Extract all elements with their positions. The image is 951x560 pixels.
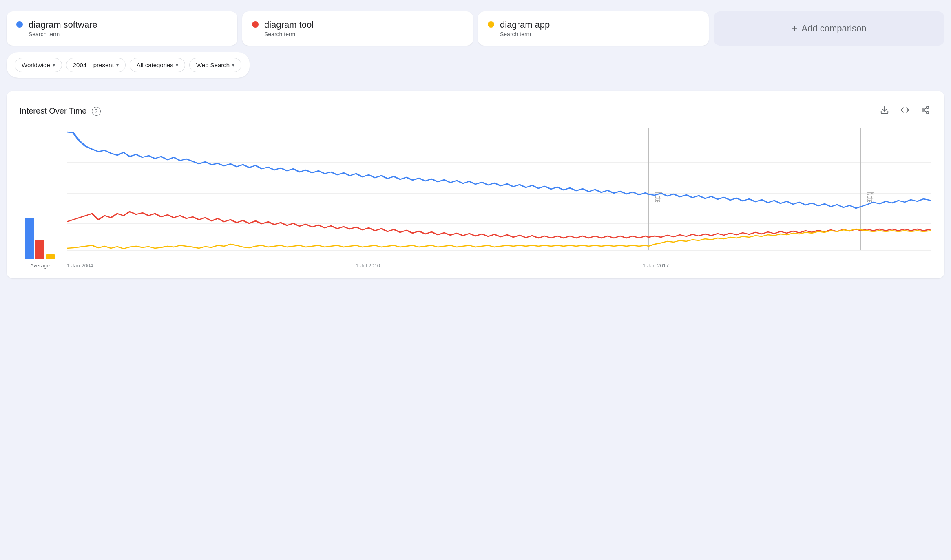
filters-row: Worldwide ▾ 2004 – present ▾ All categor… — [7, 52, 250, 78]
filter-region[interactable]: Worldwide ▾ — [15, 58, 62, 72]
x-label-2017: 1 Jan 2017 — [643, 262, 669, 269]
avg-section: Average — [20, 210, 60, 269]
svg-text:Note: Note — [865, 192, 876, 202]
term-type-3: Search term — [500, 31, 550, 37]
x-axis-labels: 1 Jan 2004 1 Jul 2010 1 Jan 2017 — [67, 260, 931, 269]
line-red — [67, 212, 931, 238]
chart-svg: 100 75 50 25 Note Note — [67, 128, 931, 258]
term-info-2: diagram tool Search term — [264, 20, 314, 37]
term-dot-2 — [252, 21, 259, 28]
add-comparison-label: Add comparison — [802, 23, 867, 34]
filter-search-type[interactable]: Web Search ▾ — [189, 58, 241, 72]
chart-body: Average 100 75 50 25 Note Note — [20, 128, 931, 269]
term-dot-1 — [16, 21, 23, 28]
filter-search-type-label: Web Search — [196, 62, 230, 68]
term-dot-3 — [488, 21, 494, 28]
filter-category-label: All categories — [137, 62, 173, 68]
term-type-2: Search term — [264, 31, 314, 37]
svg-line-4 — [924, 110, 927, 112]
avg-label: Average — [30, 262, 50, 269]
main-chart: 100 75 50 25 Note Note 1 Jan 2004 1 — [67, 128, 931, 269]
embed-button[interactable] — [899, 104, 911, 118]
chart-actions — [878, 104, 931, 118]
help-icon[interactable]: ? — [92, 107, 101, 116]
term-name-1: diagram software — [29, 20, 97, 30]
add-icon: + — [792, 23, 798, 34]
chart-title-group: Interest Over Time ? — [20, 106, 101, 116]
term-card-3[interactable]: diagram app Search term — [478, 11, 709, 46]
filter-period-label: 2004 – present — [73, 62, 114, 68]
term-name-2: diagram tool — [264, 20, 314, 30]
chart-section: Interest Over Time ? — [7, 91, 944, 278]
add-comparison-card[interactable]: + Add comparison — [714, 11, 944, 46]
line-blue — [67, 132, 931, 208]
download-button[interactable] — [878, 104, 891, 118]
search-terms-row: diagram software Search term diagram too… — [7, 11, 944, 46]
svg-line-5 — [924, 108, 927, 110]
chevron-down-icon-search: ▾ — [232, 62, 234, 68]
term-card-1[interactable]: diagram software Search term — [7, 11, 237, 46]
chevron-down-icon-region: ▾ — [53, 62, 55, 68]
term-type-1: Search term — [29, 31, 97, 37]
share-button[interactable] — [919, 104, 931, 118]
x-label-2004: 1 Jan 2004 — [67, 262, 93, 269]
term-info-3: diagram app Search term — [500, 20, 550, 37]
filter-period[interactable]: 2004 – present ▾ — [66, 58, 126, 72]
avg-bars — [25, 210, 55, 259]
chevron-down-icon-category: ▾ — [176, 62, 178, 68]
avg-bar-red — [35, 240, 44, 259]
x-label-2010: 1 Jul 2010 — [356, 262, 380, 269]
term-name-3: diagram app — [500, 20, 550, 30]
chevron-down-icon-period: ▾ — [116, 62, 119, 68]
top-section: diagram software Search term diagram too… — [7, 7, 944, 84]
avg-bar-yellow — [46, 254, 55, 259]
term-card-2[interactable]: diagram tool Search term — [242, 11, 473, 46]
term-info-1: diagram software Search term — [29, 20, 97, 37]
filter-region-label: Worldwide — [22, 62, 50, 68]
avg-bar-blue — [25, 218, 34, 259]
chart-title: Interest Over Time — [20, 106, 87, 116]
chart-header: Interest Over Time ? — [20, 104, 931, 118]
filter-category[interactable]: All categories ▾ — [130, 58, 185, 72]
